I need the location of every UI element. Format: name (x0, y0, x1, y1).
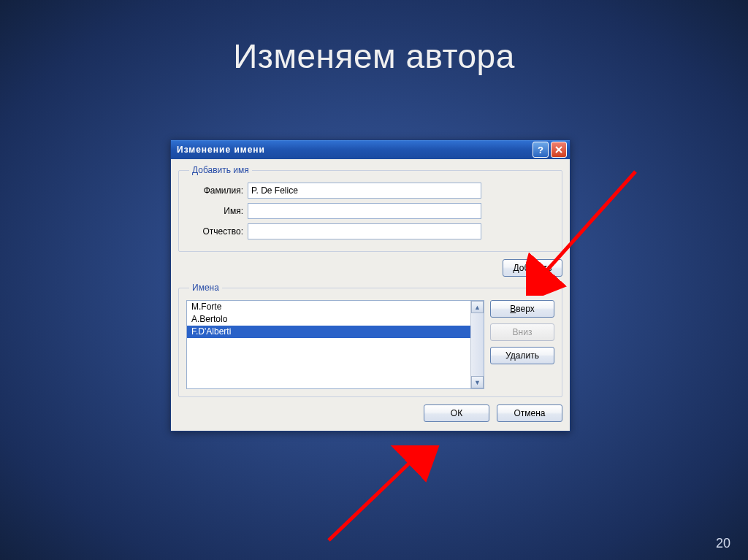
list-item[interactable]: M.Forte (187, 301, 470, 313)
names-group: Имена M.ForteA.BertoloF.D'Alberti ▲ ▼ (178, 283, 562, 397)
chevron-up-icon: ▲ (474, 304, 481, 311)
move-down-button[interactable]: Вниз (490, 323, 554, 341)
names-listbox[interactable]: M.ForteA.BertoloF.D'Alberti ▲ ▼ (186, 300, 484, 389)
list-item[interactable]: F.D'Alberti (187, 326, 470, 338)
dialog-body: Добавить имя Фамилия: Имя: Отчество: Доб… (171, 159, 570, 431)
presentation-slide: Изменяем автора 20 Изменение имени ? Доб… (0, 0, 748, 560)
chevron-down-icon: ▼ (474, 379, 481, 386)
help-button[interactable]: ? (533, 142, 549, 158)
slide-title: Изменяем автора (0, 37, 748, 76)
dialog-title: Изменение имени (177, 145, 533, 155)
scroll-up-button[interactable]: ▲ (471, 301, 484, 313)
scroll-down-button[interactable]: ▼ (471, 376, 484, 388)
surname-input[interactable] (248, 183, 481, 199)
add-button[interactable]: Добавить (503, 259, 562, 277)
names-legend: Имена (189, 283, 222, 293)
surname-label: Фамилия: (186, 185, 248, 196)
cancel-button[interactable]: Отмена (497, 404, 562, 422)
add-name-legend: Добавить имя (189, 165, 252, 175)
list-item[interactable]: A.Bertolo (187, 313, 470, 326)
close-icon (555, 146, 562, 153)
patronymic-input[interactable] (248, 223, 481, 239)
edit-name-dialog: Изменение имени ? Добавить имя Фамилия: (170, 139, 570, 431)
patronymic-label: Отчество: (186, 226, 248, 237)
firstname-label: Имя: (186, 206, 248, 216)
listbox-scrollbar[interactable]: ▲ ▼ (470, 301, 484, 388)
ok-button[interactable]: ОК (424, 404, 489, 422)
delete-button[interactable]: Удалить (490, 347, 554, 364)
slide-page-number: 20 (716, 536, 730, 551)
firstname-input[interactable] (248, 203, 481, 219)
annotation-arrow-ok (314, 445, 446, 548)
close-button[interactable] (551, 142, 567, 158)
add-name-group: Добавить имя Фамилия: Имя: Отчество: (178, 165, 562, 252)
move-up-button[interactable]: Вверх (490, 300, 554, 318)
svg-line-5 (329, 456, 416, 540)
dialog-titlebar[interactable]: Изменение имени ? (171, 140, 570, 159)
